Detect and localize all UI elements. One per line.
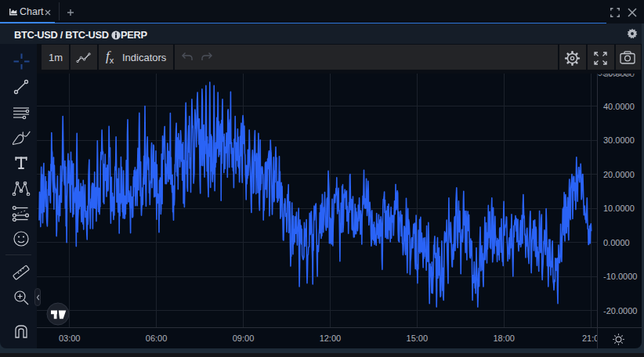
svg-text:50.0000: 50.0000 (603, 74, 635, 78)
